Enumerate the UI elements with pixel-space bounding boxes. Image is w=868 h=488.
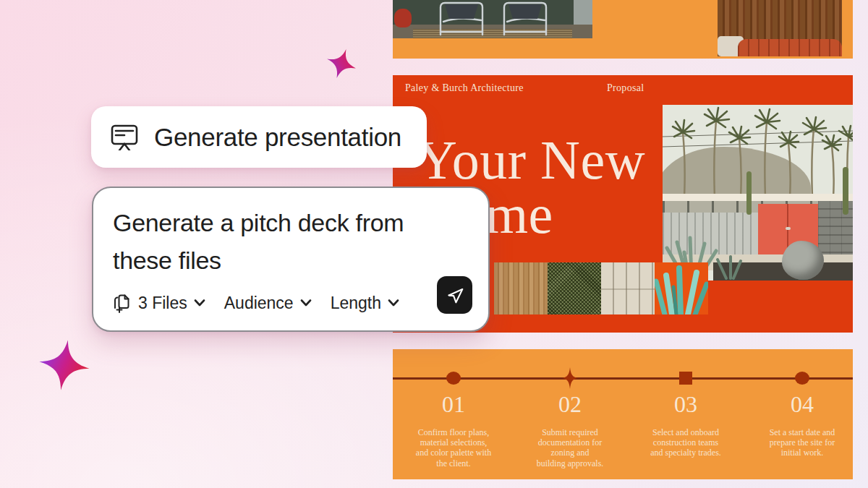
swatch-agave-photo [655, 262, 708, 314]
files-dropdown-label: 3 Files [138, 294, 187, 313]
agave-closeup-illustration [655, 262, 708, 314]
swatch-cream-panel [601, 262, 655, 314]
step-description: Submit required documentation for zoning… [512, 427, 628, 468]
photo-cactus [843, 167, 848, 215]
step-description: Set a start date and prepare the site fo… [744, 427, 860, 458]
slide-timeline: 01 Confirm floor plans, material selecti… [393, 349, 853, 479]
chevron-down-icon [388, 299, 399, 307]
generate-presentation-label: Generate presentation [154, 106, 401, 168]
swatch-green-fabric [548, 262, 601, 314]
step-number: 02 [509, 391, 631, 418]
slide-moodboard-top [393, 0, 853, 59]
audience-dropdown[interactable]: Audience [224, 294, 312, 313]
photo-chairs [393, 0, 592, 38]
chevron-down-icon [300, 299, 312, 307]
door-handle [786, 227, 791, 230]
photo-roof-beam [663, 194, 853, 201]
timeline-marker-square [679, 372, 692, 385]
slide-doc-type: Proposal [607, 82, 644, 94]
step-description: Confirm floor plans, material selections… [396, 427, 511, 468]
photo-boulder [782, 241, 824, 280]
slide-header: Paley & Burch Architecture Proposal [405, 82, 853, 94]
step-description: Select and onboard construction teams an… [628, 427, 744, 458]
timeline-marker-circle [446, 372, 461, 385]
photo-cactus [746, 171, 752, 215]
step-number: 04 [741, 391, 864, 418]
timeline-line [393, 377, 853, 380]
photo-palm-springs-house [663, 105, 853, 281]
stage: Paley & Burch Architecture Proposal Your… [0, 0, 868, 488]
step-number: 01 [392, 391, 515, 418]
step-number: 03 [624, 391, 747, 418]
prompt-card[interactable]: Generate a pitch deck from these files 3… [92, 187, 490, 332]
add-files-icon [113, 294, 132, 313]
length-dropdown[interactable]: Length [331, 294, 399, 313]
files-dropdown[interactable]: 3 Files [113, 294, 205, 313]
firefly-sparkle-icon [35, 336, 93, 393]
chevron-down-icon [194, 299, 205, 307]
length-dropdown-label: Length [331, 294, 381, 313]
chrome-chairs-illustration [393, 0, 592, 38]
material-swatches [494, 262, 708, 314]
prompt-controls-row: 3 Files Audience Length [113, 291, 399, 315]
photo-sofa-seat [738, 39, 842, 56]
send-arrow-icon [444, 284, 466, 306]
firefly-sparkle-icon [323, 45, 361, 83]
generate-presentation-pill[interactable]: Generate presentation [91, 106, 427, 168]
timeline-marker-circle [795, 372, 809, 385]
swatch-wood [494, 262, 548, 314]
audience-dropdown-label: Audience [224, 294, 294, 313]
slide-brand-text: Paley & Burch Architecture [405, 82, 524, 93]
send-button[interactable] [437, 276, 472, 314]
palm-trees-illustration [663, 105, 853, 199]
timeline-marker-star [562, 367, 578, 389]
photo-wood-sofa [718, 0, 842, 56]
prompt-text[interactable]: Generate a pitch deck from these files [113, 204, 453, 279]
presentation-board-icon [110, 121, 139, 150]
